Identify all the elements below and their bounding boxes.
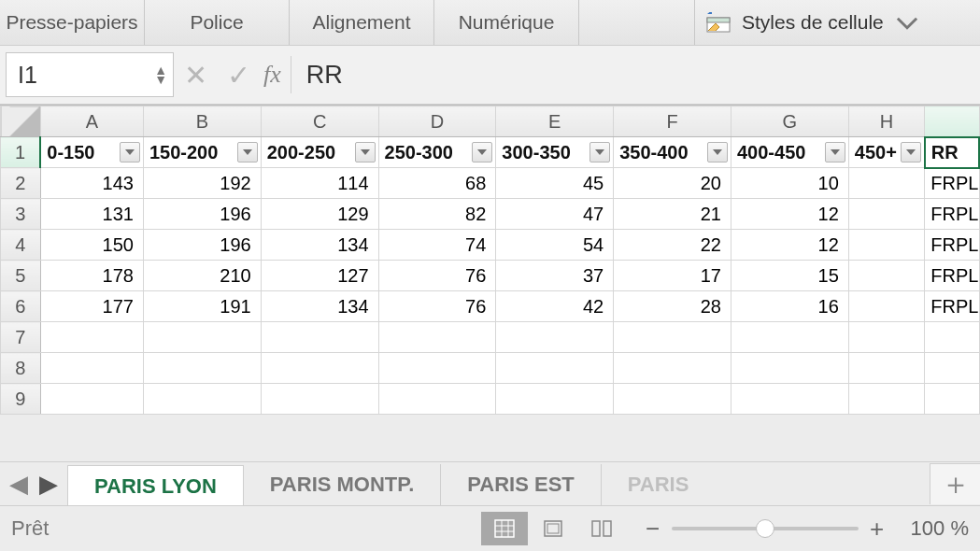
cell-H7[interactable] <box>848 322 925 353</box>
tab-next-icon[interactable]: ▶ <box>39 470 58 499</box>
cell-A1[interactable]: 0-150 <box>40 137 143 168</box>
filter-dropdown-button[interactable] <box>589 142 610 162</box>
zoom-out-button[interactable]: − <box>644 515 662 544</box>
cell-A6[interactable]: 177 <box>40 291 143 322</box>
cell-I2[interactable]: FRPL <box>925 168 979 199</box>
cell-styles-button[interactable]: Styles de cellule <box>706 11 919 34</box>
cell-I6[interactable]: FRPL <box>925 291 979 322</box>
cell-E4[interactable]: 54 <box>496 230 614 261</box>
name-box[interactable]: I1 ▲ ▼ <box>6 52 174 97</box>
zoom-in-button[interactable]: + <box>868 515 887 544</box>
cell-I9[interactable] <box>925 384 979 415</box>
cell-H9[interactable] <box>848 384 925 415</box>
sheet-tab-1[interactable]: PARIS MONTP. <box>244 464 441 505</box>
ribbon-group-number[interactable]: Numérique <box>434 0 579 45</box>
cell-I8[interactable] <box>925 353 979 384</box>
add-sheet-button[interactable]: ＋ <box>930 463 980 504</box>
row-header-7[interactable]: 7 <box>1 322 41 353</box>
cell-C3[interactable]: 129 <box>261 199 378 230</box>
cell-C2[interactable]: 114 <box>261 168 378 199</box>
cell-E5[interactable]: 37 <box>496 261 614 291</box>
sheet-tab-2[interactable]: PARIS EST <box>441 464 602 505</box>
cell-G8[interactable] <box>731 353 848 384</box>
cell-E7[interactable] <box>496 322 614 353</box>
cell-G5[interactable]: 15 <box>731 261 848 291</box>
cell-C9[interactable] <box>261 384 378 415</box>
cell-F4[interactable]: 22 <box>614 230 731 261</box>
cell-G7[interactable] <box>731 322 848 353</box>
row-header-1[interactable]: 1 <box>1 137 41 168</box>
cell-E6[interactable]: 42 <box>496 291 614 322</box>
cell-F7[interactable] <box>614 322 731 353</box>
filter-dropdown-button[interactable] <box>237 142 258 162</box>
cell-F1[interactable]: 350-400 <box>614 137 731 168</box>
cell-E9[interactable] <box>496 384 614 415</box>
cell-H8[interactable] <box>848 353 925 384</box>
col-header-F[interactable]: F <box>614 106 731 137</box>
cell-G9[interactable] <box>731 384 848 415</box>
cell-B6[interactable]: 191 <box>143 291 261 322</box>
cell-H6[interactable] <box>848 291 925 322</box>
zoom-slider-thumb[interactable] <box>756 519 774 538</box>
cell-D5[interactable]: 76 <box>378 261 496 291</box>
cell-F9[interactable] <box>614 384 731 415</box>
cell-I7[interactable] <box>925 322 979 353</box>
cell-A9[interactable] <box>40 384 143 415</box>
filter-dropdown-button[interactable] <box>472 142 492 162</box>
cell-B1[interactable]: 150-200 <box>143 137 261 168</box>
col-header-I[interactable] <box>925 106 979 137</box>
cell-D6[interactable]: 76 <box>378 291 496 322</box>
row-header-4[interactable]: 4 <box>1 230 41 261</box>
ribbon-group-clipboard[interactable]: Presse-papiers <box>0 0 145 45</box>
cell-D4[interactable]: 74 <box>378 230 496 261</box>
cell-F8[interactable] <box>614 353 731 384</box>
col-header-G[interactable]: G <box>731 106 848 137</box>
cell-B5[interactable]: 210 <box>143 261 261 291</box>
cell-G1[interactable]: 400-450 <box>731 137 848 168</box>
cell-E8[interactable] <box>496 353 614 384</box>
cell-A8[interactable] <box>40 353 143 384</box>
cell-A2[interactable]: 143 <box>40 168 143 199</box>
cell-B2[interactable]: 192 <box>143 168 261 199</box>
col-header-C[interactable]: C <box>261 106 378 137</box>
cell-A4[interactable]: 150 <box>40 230 143 261</box>
cell-I4[interactable]: FRPL <box>925 230 979 261</box>
cell-B3[interactable]: 196 <box>143 199 261 230</box>
cell-C5[interactable]: 127 <box>261 261 378 291</box>
cell-A5[interactable]: 178 <box>40 261 143 291</box>
ribbon-group-font[interactable]: Police <box>145 0 290 45</box>
stepper-down-icon[interactable]: ▼ <box>154 75 167 84</box>
filter-dropdown-button[interactable] <box>901 142 921 162</box>
col-header-B[interactable]: B <box>143 106 261 137</box>
sheet-tab-3[interactable]: PARIS <box>602 464 716 505</box>
col-header-E[interactable]: E <box>496 106 614 137</box>
filter-dropdown-button[interactable] <box>825 142 845 162</box>
cancel-button[interactable]: ✕ <box>174 52 217 97</box>
cell-D8[interactable] <box>378 353 496 384</box>
cell-G4[interactable]: 12 <box>731 230 848 261</box>
cell-A7[interactable] <box>40 322 143 353</box>
sheet-tab-0[interactable]: PARIS LYON <box>67 465 244 505</box>
cell-H3[interactable] <box>848 199 925 230</box>
name-box-stepper[interactable]: ▲ ▼ <box>154 65 167 84</box>
cell-E3[interactable]: 47 <box>496 199 614 230</box>
cell-B4[interactable]: 196 <box>143 230 261 261</box>
select-all-corner[interactable] <box>1 106 41 137</box>
col-header-A[interactable]: A <box>40 106 143 137</box>
row-header-5[interactable]: 5 <box>1 261 41 291</box>
tab-prev-icon[interactable]: ◀ <box>9 470 28 499</box>
cell-E1[interactable]: 300-350 <box>496 137 614 168</box>
cell-F2[interactable]: 20 <box>614 168 731 199</box>
row-header-3[interactable]: 3 <box>1 199 41 230</box>
cell-E2[interactable]: 45 <box>496 168 614 199</box>
cell-H5[interactable] <box>848 261 925 291</box>
cell-D3[interactable]: 82 <box>378 199 496 230</box>
col-header-D[interactable]: D <box>378 106 496 137</box>
formula-input[interactable]: RR <box>297 61 974 90</box>
cell-G6[interactable]: 16 <box>731 291 848 322</box>
row-header-6[interactable]: 6 <box>1 291 41 322</box>
cell-G3[interactable]: 12 <box>731 199 848 230</box>
cell-H1[interactable]: 450+ <box>848 137 925 168</box>
cell-D7[interactable] <box>378 322 496 353</box>
cell-D9[interactable] <box>378 384 496 415</box>
